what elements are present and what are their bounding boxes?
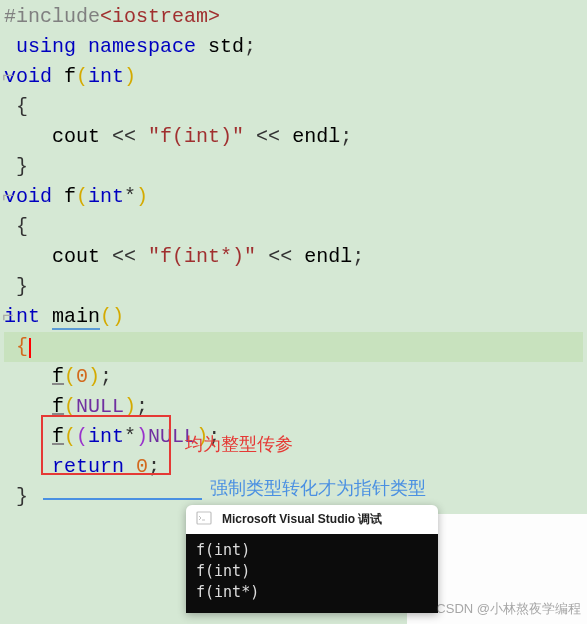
- identifier: std: [208, 35, 244, 58]
- code-line: f(NULL);: [4, 392, 583, 422]
- type: int: [88, 185, 124, 208]
- debug-output-line: f(int): [196, 561, 428, 582]
- type: int: [88, 425, 124, 448]
- code-editor: #include<iostream> using namespace std; …: [0, 0, 587, 514]
- keyword: using: [16, 35, 76, 58]
- keyword: namespace: [88, 35, 196, 58]
- svg-rect-0: [197, 512, 211, 524]
- string-literal: "f(int*)": [148, 245, 256, 268]
- include-path: <iostream>: [100, 5, 220, 28]
- watermark: CSDN @小林熬夜学编程: [436, 600, 581, 618]
- code-line: {: [4, 92, 583, 122]
- code-line: ⌐void f(int*): [4, 182, 583, 212]
- annotation-blue: 强制类型转化才为指针类型: [210, 476, 426, 500]
- code-line: {: [4, 212, 583, 242]
- text-cursor: [29, 338, 31, 358]
- function-call: f: [52, 365, 64, 388]
- debug-console-window: Microsoft Visual Studio 调试 f(int) f(int)…: [186, 505, 438, 613]
- string-literal: "f(int)": [148, 125, 244, 148]
- identifier: endl: [304, 245, 352, 268]
- code-line: }: [4, 152, 583, 182]
- number-literal: 0: [136, 455, 148, 478]
- code-line: #include<iostream>: [4, 2, 583, 32]
- debug-output: f(int) f(int) f(int*): [186, 534, 438, 613]
- code-line: using namespace std;: [4, 32, 583, 62]
- macro: NULL: [76, 395, 124, 418]
- code-line: f(0);: [4, 362, 583, 392]
- function-name: f: [64, 65, 76, 88]
- debug-output-line: f(int*): [196, 582, 428, 603]
- terminal-icon: [196, 510, 212, 526]
- code-line: cout << "f(int)" << endl;: [4, 122, 583, 152]
- function-call: f: [52, 395, 64, 418]
- code-line-active: {: [4, 332, 583, 362]
- function-name: main: [52, 305, 100, 330]
- debug-title-bar: Microsoft Visual Studio 调试: [186, 505, 438, 534]
- code-line: f((int*)NULL);: [4, 422, 583, 452]
- code-line: }: [4, 272, 583, 302]
- blue-underline: [43, 498, 202, 500]
- keyword: return: [52, 455, 124, 478]
- code-line: ⌐void f(int): [4, 62, 583, 92]
- type: int: [88, 65, 124, 88]
- annotation-red: 均为整型传参: [185, 432, 293, 456]
- function-call: f: [52, 425, 64, 448]
- function-name: f: [64, 185, 76, 208]
- debug-title-text: Microsoft Visual Studio 调试: [222, 512, 382, 526]
- identifier: cout: [52, 125, 100, 148]
- preprocessor: #include: [4, 5, 100, 28]
- debug-output-line: f(int): [196, 540, 428, 561]
- identifier: cout: [52, 245, 100, 268]
- code-line: cout << "f(int*)" << endl;: [4, 242, 583, 272]
- identifier: endl: [292, 125, 340, 148]
- code-line: ⌐int main(): [4, 302, 583, 332]
- number-literal: 0: [76, 365, 88, 388]
